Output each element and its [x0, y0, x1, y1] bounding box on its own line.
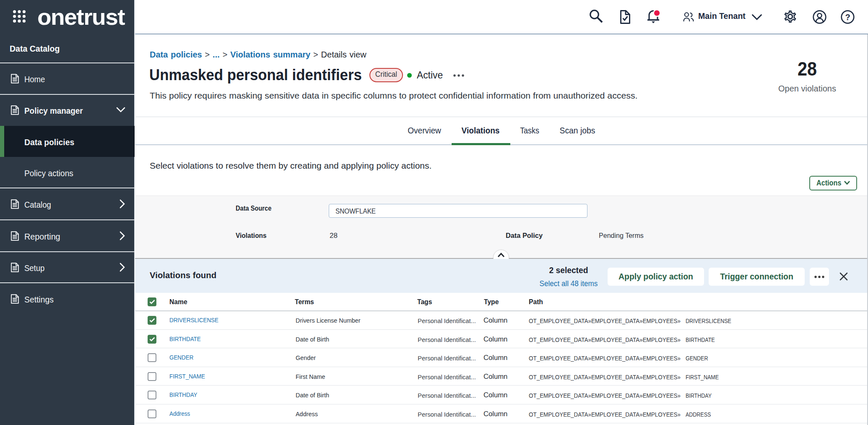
svg-text:?: ? [845, 13, 850, 22]
